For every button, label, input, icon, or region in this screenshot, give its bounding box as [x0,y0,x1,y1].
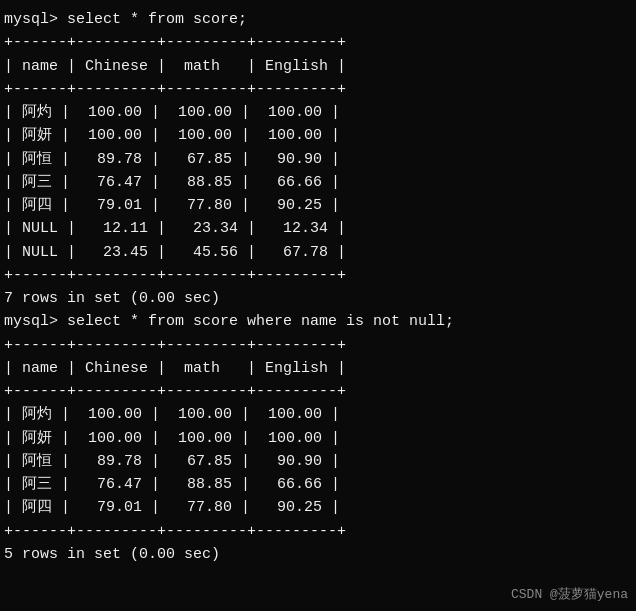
result-line-1: 7 rows in set (0.00 sec) [4,287,632,310]
table2-header: | name | Chinese | math | English | [4,357,632,380]
table-row-2: | 阿妍 | 100.00 | 100.00 | 100.00 | [4,124,632,147]
table-border-2: +------+---------+---------+---------+ [4,78,632,101]
table-border-3: +------+---------+---------+---------+ [4,264,632,287]
table-row-3: | 阿恒 | 89.78 | 67.85 | 90.90 | [4,148,632,171]
table-row-4: | 阿三 | 76.47 | 88.85 | 66.66 | [4,171,632,194]
command-line-1: mysql> select * from score; [4,8,632,31]
watermark: CSDN @菠萝猫yena [511,585,628,603]
table2-border-2: +------+---------+---------+---------+ [4,380,632,403]
result-line-2: 5 rows in set (0.00 sec) [4,543,632,566]
table2-row-5: | 阿四 | 79.01 | 77.80 | 90.25 | [4,496,632,519]
table2-border-3: +------+---------+---------+---------+ [4,520,632,543]
table-border-1: +------+---------+---------+---------+ [4,31,632,54]
table-header-1: | name | Chinese | math | English | [4,55,632,78]
table-row-1: | 阿灼 | 100.00 | 100.00 | 100.00 | [4,101,632,124]
terminal-window: mysql> select * from score; +------+----… [0,0,636,611]
table2-row-2: | 阿妍 | 100.00 | 100.00 | 100.00 | [4,427,632,450]
table2-row-3: | 阿恒 | 89.78 | 67.85 | 90.90 | [4,450,632,473]
command-line-2: mysql> select * from score where name is… [4,310,632,333]
table2-row-1: | 阿灼 | 100.00 | 100.00 | 100.00 | [4,403,632,426]
table-row-5: | 阿四 | 79.01 | 77.80 | 90.25 | [4,194,632,217]
table-row-7: | NULL | 23.45 | 45.56 | 67.78 | [4,241,632,264]
table-row-6: | NULL | 12.11 | 23.34 | 12.34 | [4,217,632,240]
table2-row-4: | 阿三 | 76.47 | 88.85 | 66.66 | [4,473,632,496]
terminal-content: mysql> select * from score; +------+----… [4,8,632,566]
table2-border-1: +------+---------+---------+---------+ [4,334,632,357]
